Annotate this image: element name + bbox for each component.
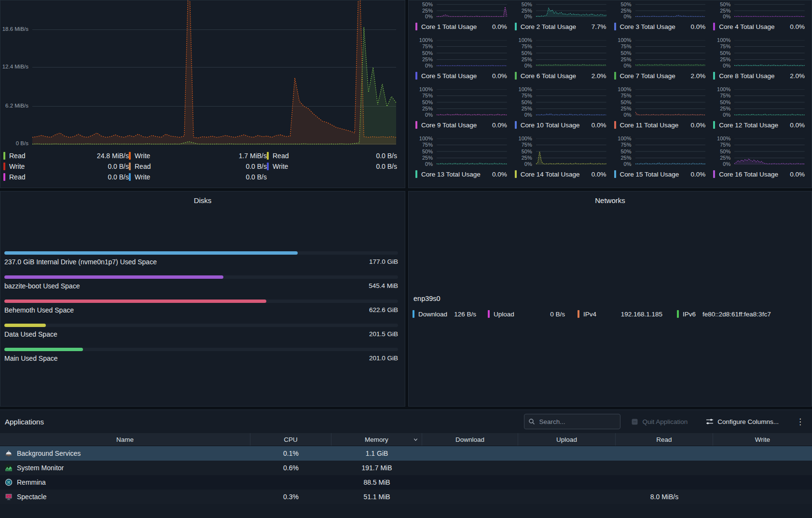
- app-cpu-cell: 0.3%: [250, 490, 331, 504]
- core-axis-ticks: 100%75%50%25%0%: [415, 89, 435, 115]
- legend-value: 0.0 B/s: [246, 173, 267, 181]
- applications-table: NameCPUMemoryDownloadUploadReadWrite Bac…: [0, 433, 812, 504]
- app-name: Remmina: [17, 478, 46, 486]
- app-upload-cell: [518, 490, 616, 504]
- core-plot-area: [734, 0, 805, 17]
- core-name: Core 8 Total Usage: [719, 72, 774, 80]
- core-axis-ticks: 100%75%50%25%0%: [713, 89, 732, 115]
- table-row[interactable]: Spectacle 0.3% 51.1 MiB 8.0 MiB/s: [0, 490, 812, 504]
- core-usage-value: 2.0%: [790, 72, 805, 80]
- core-usage-cell: 50%25%0% Core 1 Total Usage 0.0%: [415, 0, 507, 32]
- core-name: Core 2 Total Usage: [521, 23, 576, 30]
- system-monitor-icon: [5, 464, 13, 472]
- core-axis-tick: 50%: [522, 99, 532, 105]
- core-legend: Core 4 Total Usage 0.0%: [713, 21, 805, 32]
- core-usage-chart: 100%75%50%25%0%: [614, 89, 706, 115]
- core-legend: Core 10 Total Usage 0.0%: [515, 120, 606, 130]
- applications-panel: Applications Quit Application Configure …: [0, 409, 812, 518]
- core-name: Core 4 Total Usage: [719, 23, 774, 30]
- legend-swatch: [713, 170, 715, 178]
- core-axis-ticks: 100%75%50%25%0%: [614, 138, 633, 164]
- search-box[interactable]: [524, 414, 620, 429]
- core-plot-area: [437, 40, 507, 66]
- app-memory-cell: 88.5 MiB: [331, 475, 422, 490]
- core-axis-tick: 0%: [425, 14, 433, 19]
- sort-chevron-down-icon: [413, 436, 418, 444]
- core-plot-area: [536, 89, 606, 115]
- column-header-download[interactable]: Download: [422, 433, 518, 446]
- core-usage-cell: 100%75%50%25%0% Core 6 Total Usage 2.0%: [515, 40, 606, 81]
- legend-value: 0 B/s: [550, 311, 565, 318]
- core-axis-ticks: 50%25%0%: [415, 0, 435, 17]
- top-row: 18.6 MiB/s12.4 MiB/s6.2 MiB/s0 B/s Read …: [0, 0, 812, 188]
- core-axis-tick: 50%: [620, 99, 631, 105]
- core-axis-tick: 50%: [720, 149, 730, 154]
- disk-usage-bar: [4, 300, 398, 303]
- app-read-cell: [616, 475, 713, 490]
- legend-item: Write 1.7 MiB/s: [129, 150, 267, 161]
- core-usage-cell: 50%25%0% Core 3 Total Usage 0.0%: [614, 0, 706, 32]
- core-usage-value: 0.0%: [790, 171, 805, 178]
- core-axis-tick: 50%: [720, 50, 730, 56]
- disk-usage-fill: [4, 251, 298, 255]
- core-axis-tick: 75%: [422, 93, 433, 98]
- core-usage-cell: 100%75%50%25%0% Core 11 Total Usage 0.0%: [614, 89, 706, 130]
- table-row[interactable]: Background Services 0.1% 1.1 GiB: [0, 446, 812, 461]
- applications-table-body: Background Services 0.1% 1.1 GiB System …: [0, 446, 812, 504]
- legend-value: 192.168.1.185: [621, 311, 662, 318]
- legend-item: Upload 0 B/s: [488, 309, 565, 319]
- column-header-name[interactable]: Name: [0, 433, 250, 446]
- core-legend: Core 12 Total Usage 0.0%: [713, 120, 805, 130]
- legend-label: Upload: [494, 311, 514, 318]
- column-header-upload[interactable]: Upload: [518, 433, 616, 446]
- configure-columns-label: Configure Columns...: [717, 418, 779, 425]
- core-axis-tick: 100%: [419, 136, 433, 141]
- core-usage-cell: 100%75%50%25%0% Core 13 Total Usage 0.0%: [415, 138, 507, 179]
- disk-usage-fill: [4, 275, 223, 279]
- core-name: Core 10 Total Usage: [521, 122, 580, 129]
- column-header-memory[interactable]: Memory: [331, 433, 422, 446]
- io-axis-tick: 0 B/s: [0, 140, 28, 146]
- core-axis-tick: 25%: [422, 106, 433, 111]
- core-axis-tick: 0%: [723, 112, 730, 118]
- app-cpu-cell: 0.6%: [250, 461, 331, 475]
- legend-swatch: [3, 163, 5, 170]
- app-read-cell: [616, 446, 713, 461]
- legend-label: Read: [135, 163, 151, 170]
- app-memory-cell: 191.7 MiB: [331, 461, 422, 475]
- table-row[interactable]: Remmina 88.5 MiB: [0, 475, 812, 490]
- quit-application-button[interactable]: Quit Application: [628, 416, 690, 427]
- app-name: Spectacle: [17, 493, 46, 501]
- disk-io-chart: 18.6 MiB/s12.4 MiB/s6.2 MiB/s0 B/s: [0, 0, 405, 145]
- core-axis-ticks: 50%25%0%: [713, 0, 732, 17]
- core-axis-tick: 100%: [519, 86, 532, 92]
- core-usage-chart: 100%75%50%25%0%: [515, 138, 606, 164]
- column-header-write[interactable]: Write: [713, 433, 812, 446]
- disk-labels: bazzite-boot Used Space 545.4 MiB: [4, 282, 398, 290]
- core-plot-area: [635, 40, 706, 66]
- core-axis-tick: 0%: [624, 14, 632, 19]
- core-name: Core 3 Total Usage: [620, 23, 675, 30]
- legend-swatch: [129, 173, 131, 181]
- disk-usage-fill: [4, 300, 266, 303]
- table-row[interactable]: System Monitor 0.6% 191.7 MiB: [0, 461, 812, 475]
- core-axis-tick: 0%: [624, 112, 632, 118]
- applications-table-header: NameCPUMemoryDownloadUploadReadWrite: [0, 433, 812, 446]
- column-header-cpu[interactable]: CPU: [250, 433, 331, 446]
- core-axis-tick: 50%: [522, 50, 532, 56]
- core-axis-tick: 0%: [723, 63, 730, 68]
- legend-swatch: [515, 170, 517, 178]
- remmina-icon: [5, 478, 13, 486]
- core-name: Core 5 Total Usage: [421, 72, 477, 80]
- core-name: Core 13 Total Usage: [421, 171, 481, 178]
- app-name-cell: Remmina: [0, 475, 250, 490]
- quit-application-icon: [631, 418, 638, 425]
- network-interface-name: enp39s0: [413, 295, 440, 302]
- legend-item: Write 0.0 B/s: [3, 161, 129, 171]
- column-header-read[interactable]: Read: [616, 433, 713, 446]
- core-usage-cell: 100%75%50%25%0% Core 16 Total Usage 0.0%: [713, 138, 805, 179]
- mid-row: Disks 237.0 GiB Internal Drive (nvme0n1p…: [0, 191, 812, 407]
- configure-columns-button[interactable]: Configure Columns...: [703, 416, 782, 427]
- overflow-menu-button[interactable]: ⋮: [792, 417, 808, 427]
- search-input[interactable]: [538, 418, 616, 426]
